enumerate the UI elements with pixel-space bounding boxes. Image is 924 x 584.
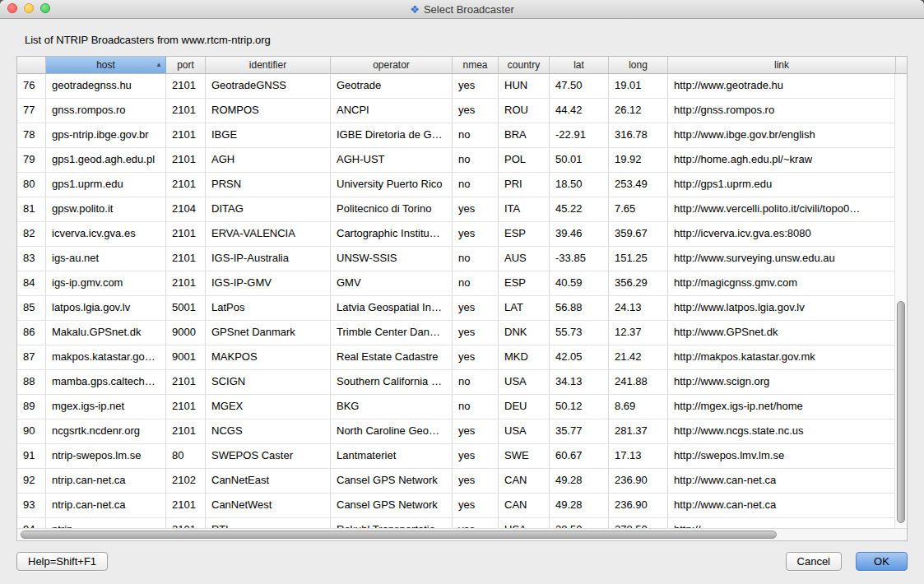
cell-identifier: IBGE: [206, 123, 331, 147]
cell-long: 7.65: [609, 197, 668, 221]
cell-identifier: CanNetWest: [206, 494, 331, 517]
table-row[interactable]: 86Makalu.GPSnet.dk9000GPSnet DanmarkTrim…: [17, 321, 896, 345]
cell-lat: 50.12: [550, 395, 609, 419]
column-header-label: identifier: [249, 59, 286, 71]
cell-nmea: no: [453, 271, 499, 295]
cell-identifier: PRSN: [206, 173, 331, 197]
column-header-identifier[interactable]: identifier: [206, 57, 331, 73]
cell-long: 19.92: [609, 148, 668, 172]
horizontal-scrollbar-thumb[interactable]: [21, 531, 777, 539]
cell-country: POL: [499, 148, 550, 172]
table-row[interactable]: 85latpos.lgia.gov.lv5001LatPosLatvia Geo…: [17, 296, 896, 321]
cell-nmea: yes: [453, 222, 499, 246]
column-header-label: nmea: [462, 59, 487, 71]
column-header-label: lat: [573, 59, 584, 71]
cell-country: ROU: [499, 99, 550, 123]
column-header-label: port: [177, 59, 194, 71]
table-row[interactable]: 82icverva.icv.gva.es2101ERVA-VALENCIACar…: [17, 222, 896, 247]
cell-nmea: no: [453, 395, 499, 419]
cell-country: HUN: [499, 74, 550, 98]
cell-long: 236.90: [609, 494, 668, 517]
table-row[interactable]: 77gnss.rompos.ro2101ROMPOSANCPIyesROU44.…: [17, 99, 896, 123]
cell-long: 316.78: [609, 123, 668, 147]
cell-operator: Cartographic Institu…: [331, 222, 453, 246]
cancel-button[interactable]: Cancel: [786, 552, 842, 571]
column-header-label: link: [774, 59, 789, 71]
column-header-port[interactable]: port: [166, 57, 206, 73]
cell-link: http://www.scign.org: [668, 370, 896, 394]
cell-port: 2101: [166, 222, 206, 246]
column-header-country[interactable]: country: [499, 57, 550, 73]
cell-port: 2101: [166, 518, 206, 528]
table-row[interactable]: 79gps1.geod.agh.edu.pl2101AGHAGH-USTnoPO…: [17, 148, 896, 173]
cell-lat: -33.85: [550, 247, 609, 271]
cell-country: USA: [499, 370, 550, 394]
cell-link: http://www.can-net.ca: [668, 494, 896, 517]
column-header-operator[interactable]: operator: [331, 57, 453, 73]
sort-ascending-icon: ▲: [156, 62, 162, 68]
cell-country: PRI: [499, 173, 550, 197]
column-header-link[interactable]: link: [668, 57, 896, 73]
title-bar[interactable]: ❖ Select Broadcaster: [0, 0, 924, 19]
table-row[interactable]: 80gps1.uprm.edu2101PRSNUniversity Puerto…: [17, 173, 896, 197]
cell-link: http://magicgnss.gmv.com: [668, 271, 896, 295]
table-row[interactable]: 76geotradegnss.hu2101GeotradeGNSSGeotrad…: [17, 74, 896, 99]
cell-host: gps-ntrip.ibge.gov.br: [46, 123, 166, 147]
cell-nmea: yes: [453, 197, 499, 221]
table-row[interactable]: 89mgex.igs-ip.net2101MGEXBKGnoDEU50.128.…: [17, 395, 896, 419]
cell-nmea: yes: [453, 321, 499, 345]
cell-nmea: yes: [453, 296, 499, 320]
dialog-footer: Help=Shift+F1 Cancel OK: [16, 552, 908, 571]
vertical-scrollbar-thumb[interactable]: [897, 301, 905, 523]
column-header-host[interactable]: host▲: [46, 57, 166, 73]
column-header-long[interactable]: long: [609, 57, 668, 73]
cell-lat: 42.05: [550, 345, 609, 369]
cell-lat: 40.59: [550, 271, 609, 295]
table-row[interactable]: 92ntrip.can-net.ca2102CanNetEastCansel G…: [17, 469, 896, 494]
column-header-lat[interactable]: lat: [550, 57, 609, 73]
table-row[interactable]: 87makpos.katastar.go…9001MAKPOSReal Esta…: [17, 345, 896, 370]
cell-nmea: no: [453, 370, 499, 394]
table-row[interactable]: 84igs-ip.gmv.com2101IGS-IP-GMVGMVnoESP40…: [17, 271, 896, 296]
table-row[interactable]: 78gps-ntrip.ibge.gov.br2101IBGEIGBE Dire…: [17, 123, 896, 148]
cell-long: 17.13: [609, 444, 668, 468]
cell-host: makpos.katastar.go…: [46, 345, 166, 369]
cell-operator: ANCPI: [331, 99, 453, 123]
horizontal-scrollbar[interactable]: [17, 528, 907, 540]
help-button[interactable]: Help=Shift+F1: [16, 552, 108, 571]
cell-row-number: 78: [17, 123, 46, 147]
table-row[interactable]: 88mamba.gps.caltech…2101SCIGNSouthern Ca…: [17, 370, 896, 395]
cell-host: ncgsrtk.ncdenr.org: [46, 419, 166, 443]
title-area: ❖ Select Broadcaster: [0, 0, 924, 18]
cell-port: 2101: [166, 123, 206, 147]
cell-nmea: yes: [453, 469, 499, 493]
cell-country: LAT: [499, 296, 550, 320]
ok-button[interactable]: OK: [856, 552, 908, 571]
table-row[interactable]: 94ntrip…2101RTI…Rokubl Transportatio…yes…: [17, 518, 896, 528]
cell-nmea: yes: [453, 419, 499, 443]
cell-long: 278.50: [609, 518, 668, 528]
table-row[interactable]: 93ntrip.can-net.ca2101CanNetWestCansel G…: [17, 494, 896, 518]
column-header-row-number[interactable]: [17, 57, 46, 73]
cell-row-number: 79: [17, 148, 46, 172]
table-row[interactable]: 81gpsw.polito.it2104DITAGPolitecnico di …: [17, 197, 896, 222]
app-icon: ❖: [410, 4, 420, 15]
cell-long: 26.12: [609, 99, 668, 123]
cell-lat: 47.50: [550, 74, 609, 98]
table-row[interactable]: 83igs-au.net2101IGS-IP-AustraliaUNSW-SSI…: [17, 247, 896, 271]
cell-country: ESP: [499, 271, 550, 295]
cell-country: MKD: [499, 345, 550, 369]
cell-lat: 60.67: [550, 444, 609, 468]
cell-long: 24.13: [609, 296, 668, 320]
table-body: 76geotradegnss.hu2101GeotradeGNSSGeotrad…: [17, 74, 896, 528]
column-header-label: host: [96, 59, 115, 71]
cell-host: latpos.lgia.gov.lv: [46, 296, 166, 320]
cell-country: CAN: [499, 469, 550, 493]
cell-operator: Southern California …: [331, 370, 453, 394]
cell-row-number: 82: [17, 222, 46, 246]
table-row[interactable]: 91ntrip-swepos.lm.se80SWEPOS CasterLantm…: [17, 444, 896, 469]
column-header-nmea[interactable]: nmea: [453, 57, 499, 73]
cell-row-number: 76: [17, 74, 46, 98]
vertical-scrollbar[interactable]: [894, 74, 907, 528]
table-row[interactable]: 90ncgsrtk.ncdenr.org2101NCGSNorth Caroli…: [17, 419, 896, 444]
